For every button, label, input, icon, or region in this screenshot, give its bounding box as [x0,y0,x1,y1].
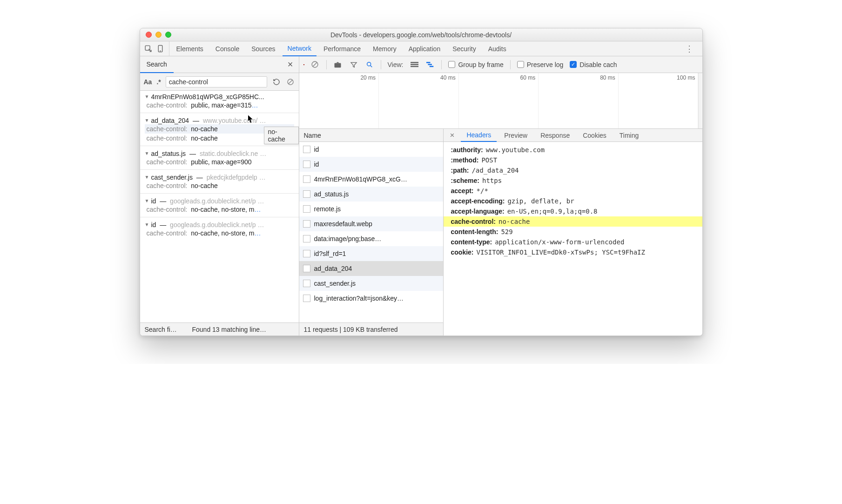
request-name: cast_sender.js [314,280,356,287]
request-name: 4mrRnEPnWo81qWPG8_xcG… [314,175,407,183]
header-row: :scheme:https [451,175,695,186]
search-result-file[interactable]: ▼4mrRnEPnWo81qWPG8_xcGP85HC... [145,93,294,101]
tab-application[interactable]: Application [404,41,446,56]
tab-memory[interactable]: Memory [368,41,402,56]
capture-screenshot-icon[interactable] [333,60,343,69]
search-result-file[interactable]: ▼id — googleads.g.doubleclick.net/p… [145,221,294,228]
view-waterfall-icon[interactable] [425,60,435,69]
file-icon [303,220,310,228]
headers-view[interactable]: :authority:www.youtube.com:method:POST:p… [444,142,702,336]
request-name: ad_status.js [314,190,349,198]
devtools-tabs: Elements Console Sources Network Perform… [140,41,702,56]
search-result-file[interactable]: ▼ad_status.js — static.doubleclick.ne… [145,150,294,157]
disable-cache-checkbox[interactable]: ✓Disable cach [570,61,617,68]
tab-network[interactable]: Network [283,41,317,56]
search-footer: Search fi… Found 13 matching line… [140,323,299,336]
svg-line-6 [313,62,317,67]
file-icon [303,250,310,257]
request-row[interactable]: id [299,142,443,157]
detail-tab-timing[interactable]: Timing [614,129,645,141]
timeline-tick: 20 ms [360,74,376,81]
search-result-line[interactable]: cache-control: no-cache, no-store, m… [145,228,294,238]
tab-security[interactable]: Security [447,41,481,56]
tab-performance[interactable]: Performance [318,41,366,56]
search-result-line[interactable]: cache-control: public, max-age=315… [145,101,294,110]
clear-log-icon[interactable] [310,60,320,69]
search-result-line[interactable]: cache-control: no-cache, no-store, m… [145,205,294,214]
more-menu-icon[interactable]: ⋮ [680,41,699,56]
search-result-line[interactable]: cache-control: public, max-age=900 [145,157,294,167]
detail-tab-preview[interactable]: Preview [498,129,533,141]
search-result-file[interactable]: ▼ad_data_204 — www.youtube.com/… [145,117,294,124]
view-list-icon[interactable] [410,60,419,69]
svg-line-4 [289,80,292,84]
request-row[interactable]: ad_data_204 [299,261,443,276]
request-row[interactable]: log_interaction?alt=json&key… [299,291,443,306]
search-icon[interactable] [365,60,374,69]
header-row: accept-encoding:gzip, deflate, br [451,196,695,206]
svg-line-9 [370,65,372,67]
timeline-tick: 100 ms [677,74,695,81]
request-row[interactable]: data:image/png;base… [299,231,443,246]
close-icon[interactable]: × [282,56,299,73]
search-result-file[interactable]: ▼cast_sender.js — pkedcjkdefgpdelp… [145,174,294,181]
request-name: data:image/png;base… [314,235,382,242]
regex-toggle[interactable]: .* [156,78,161,86]
header-row: accept-language:en-US,en;q=0.9,la;q=0.8 [451,206,695,216]
preserve-log-checkbox[interactable]: Preserve log [517,61,564,68]
refresh-icon[interactable] [272,77,281,87]
request-name: log_interaction?alt=json&key… [314,295,404,302]
svg-rect-7 [335,63,341,67]
tab-elements[interactable]: Elements [171,41,209,56]
request-row[interactable]: remote.js [299,202,443,216]
search-result-file[interactable]: ▼id — googleads.g.doubleclick.net/p… [145,197,294,205]
detail-tab-cookies[interactable]: Cookies [577,129,612,141]
request-list-header[interactable]: Name [299,129,443,142]
svg-rect-13 [426,62,431,63]
timeline-tick: 80 ms [600,74,615,81]
request-row[interactable]: cast_sender.js [299,276,443,291]
request-row[interactable]: maxresdefault.webp [299,216,443,231]
detail-tab-headers[interactable]: Headers [461,129,497,142]
clear-icon[interactable] [286,77,295,87]
header-row: content-type:application/x-www-form-urle… [451,237,695,247]
request-row[interactable]: id?slf_rd=1 [299,246,443,261]
group-by-frame-checkbox[interactable]: Group by frame [448,61,503,68]
titlebar: DevTools - developers.google.com/web/too… [140,28,702,41]
detail-tab-response[interactable]: Response [535,129,575,141]
tab-sources[interactable]: Sources [246,41,280,56]
view-label: View: [388,61,404,68]
tab-audits[interactable]: Audits [483,41,512,56]
window-close-button[interactable] [146,32,152,38]
request-name: id [314,146,319,153]
file-icon [303,280,310,287]
header-row: accept:*/* [451,186,695,196]
request-name: maxresdefault.webp [314,220,372,228]
header-row: content-length:529 [451,227,695,237]
search-input[interactable] [166,76,267,87]
window-minimize-button[interactable] [155,32,162,38]
toggle-device-icon[interactable] [156,44,165,54]
network-timeline[interactable]: 20 ms 40 ms 60 ms 80 ms 100 ms [299,73,702,129]
header-row: :method:POST [451,155,695,165]
search-tab[interactable]: Search [140,56,174,73]
request-row[interactable]: ad_status.js [299,187,443,202]
timeline-tick: 60 ms [520,74,536,81]
header-row: :path:/ad_data_204 [451,165,695,175]
window-maximize-button[interactable] [165,32,171,38]
close-detail-icon[interactable]: × [445,129,459,141]
network-toolbar: View: Group by frame Preserve log ✓Disab… [299,56,702,73]
request-row[interactable]: id [299,157,443,172]
request-name: remote.js [314,205,341,213]
filter-icon[interactable] [349,60,358,69]
request-name: id [314,161,319,168]
window-title: DevTools - developers.google.com/web/too… [140,31,702,39]
inspect-element-icon[interactable] [144,44,153,54]
tab-console[interactable]: Console [210,41,244,56]
match-case-toggle[interactable]: Aa [144,78,152,86]
request-row[interactable]: 4mrRnEPnWo81qWPG8_xcG… [299,172,443,187]
request-list-footer: 11 requests | 109 KB transferred [299,323,443,336]
search-footer-right: Found 13 matching line… [192,326,267,333]
header-row: cookie:VISITOR_INFO1_LIVE=dDk0-xTswPs; Y… [451,247,695,257]
search-result-line[interactable]: cache-control: no-cache [145,181,294,190]
